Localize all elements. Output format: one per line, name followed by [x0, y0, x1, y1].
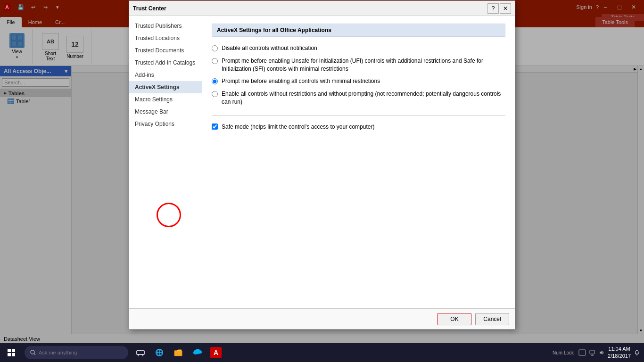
ok-button[interactable]: OK: [438, 313, 471, 325]
dialog-title: Trust Center: [133, 5, 487, 12]
access-taskbar-btn[interactable]: A: [207, 344, 224, 361]
svg-rect-28: [590, 350, 594, 354]
dialog-right-content: ActiveX Settings for all Office Applicat…: [202, 16, 515, 308]
taskbar-clock[interactable]: 11:04 AM 2/18/2017: [608, 346, 631, 360]
dialog-nav-activex[interactable]: ActiveX Settings: [129, 81, 202, 93]
notifications-icon[interactable]: [634, 349, 640, 356]
onedrive-btn[interactable]: [189, 344, 206, 361]
taskbar-tray: Num Lock 11:04 AM 2/18/2017: [553, 346, 644, 360]
separator: [212, 115, 505, 116]
dialog-nav-macro[interactable]: Macro Settings: [129, 93, 202, 106]
dialog-nav: Trusted Publishers Trusted Locations Tru…: [129, 16, 202, 308]
app-window: A 💾 ↩ ↪ ▾ Database5 : Database- C:\Users…: [0, 0, 644, 343]
taskbar-search-box[interactable]: [25, 346, 128, 359]
start-button[interactable]: [0, 343, 23, 362]
taskbar-numlock: Num Lock: [553, 350, 574, 355]
taskbar: A Num Lock 11:04 AM 2/18/2017: [0, 343, 644, 362]
task-view-btn[interactable]: [132, 344, 149, 361]
time-display: 11:04 AM: [608, 346, 631, 353]
radio-enable-all-label[interactable]: Enable all controls without restrictions…: [222, 90, 505, 106]
radio-enable-all[interactable]: [212, 91, 218, 97]
dialog-nav-trusted-addins[interactable]: Trusted Add-in Catalogs: [129, 57, 202, 69]
volume-icon: [598, 349, 605, 356]
radio-prompt-minimal-label[interactable]: Prompt me before enabling all controls w…: [222, 77, 380, 85]
ie-btn[interactable]: [151, 344, 168, 361]
radio-disable[interactable]: [212, 45, 218, 51]
svg-rect-13: [12, 353, 15, 356]
dialog-body: Trusted Publishers Trusted Locations Tru…: [129, 16, 515, 308]
dialog-footer: OK Cancel: [129, 308, 515, 329]
dialog-nav-trusted-publishers[interactable]: Trusted Publishers: [129, 20, 202, 32]
dialog-title-bar: Trust Center ? ✕: [129, 1, 515, 16]
radio-item-1: Disable all controls without notificatio…: [212, 44, 505, 52]
radio-prompt-minimal[interactable]: [212, 78, 218, 84]
network-icon: [589, 349, 595, 356]
cancel-button[interactable]: Cancel: [475, 313, 509, 325]
dialog-title-buttons: ? ✕: [487, 3, 511, 14]
svg-rect-12: [8, 353, 11, 356]
dialog-close-btn[interactable]: ✕: [500, 3, 511, 14]
explorer-btn[interactable]: [170, 344, 187, 361]
radio-item-2: Prompt me before enabling Unsafe for Ini…: [212, 57, 505, 73]
svg-rect-10: [8, 349, 11, 352]
dialog-nav-privacy[interactable]: Privacy Options: [129, 118, 202, 130]
dialog-nav-trusted-locations[interactable]: Trusted Locations: [129, 32, 202, 44]
safemode-checkbox[interactable]: [212, 123, 218, 130]
dialog-nav-messagebar[interactable]: Message Bar: [129, 106, 202, 118]
trust-center-dialog: Trust Center ? ✕ Trusted Publishers Trus…: [129, 0, 515, 329]
taskbar-search-input[interactable]: [39, 350, 123, 355]
date-display: 2/18/2017: [608, 353, 631, 360]
svg-line-15: [34, 354, 35, 355]
safemode-label[interactable]: Safe mode (helps limit the control's acc…: [222, 123, 374, 130]
radio-prompt-unsafe[interactable]: [212, 58, 218, 64]
activex-radio-group: Disable all controls without notificatio…: [212, 44, 505, 106]
keyboard-icon: [578, 349, 586, 356]
svg-rect-11: [12, 349, 15, 352]
radio-item-4: Enable all controls without restrictions…: [212, 90, 505, 106]
radio-disable-label[interactable]: Disable all controls without notificatio…: [222, 44, 317, 52]
taskbar-app-icons: A: [132, 344, 224, 361]
dialog-nav-trusted-documents[interactable]: Trusted Documents: [129, 44, 202, 57]
dialog-help-btn[interactable]: ?: [487, 3, 499, 14]
radio-prompt-unsafe-label[interactable]: Prompt me before enabling Unsafe for Ini…: [222, 57, 505, 73]
dialog-nav-addins[interactable]: Add-ins: [129, 69, 202, 81]
svg-rect-16: [137, 351, 144, 354]
safemode-checkbox-item: Safe mode (helps limit the control's acc…: [212, 123, 505, 130]
radio-item-3: Prompt me before enabling all controls w…: [212, 77, 505, 85]
activex-section-title: ActiveX Settings for all Office Applicat…: [212, 24, 505, 37]
svg-rect-23: [174, 351, 182, 356]
svg-point-14: [31, 350, 34, 354]
svg-rect-24: [579, 350, 586, 355]
